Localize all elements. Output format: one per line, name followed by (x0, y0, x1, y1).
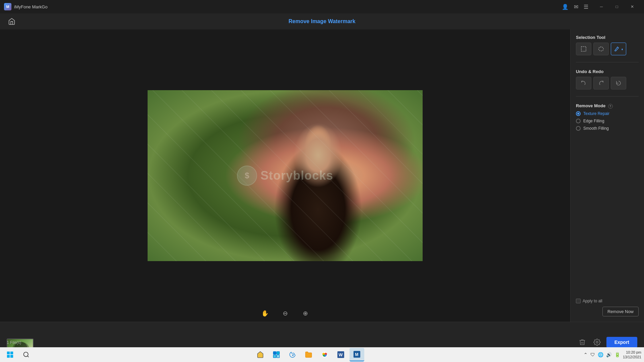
taskbar-files[interactable] (301, 348, 316, 361)
edge-filling-option[interactable]: Edge Filling (576, 119, 639, 123)
remove-mode-title: Remove Mode ? (576, 103, 639, 109)
svg-line-1 (618, 47, 619, 48)
taskbar-explorer[interactable] (253, 348, 268, 361)
watermark-text: Storyblocks (260, 169, 333, 183)
selection-tool-buttons (576, 43, 639, 55)
tray-volume-icon[interactable]: 🔊 (606, 352, 612, 357)
file-count: 1 File(s) (7, 339, 21, 345)
mail-icon[interactable]: ✉ (574, 4, 578, 10)
selection-tool-title: Selection Tool (576, 35, 639, 40)
svg-rect-3 (7, 352, 10, 354)
remove-now-button[interactable]: Remove Now (602, 307, 639, 316)
taskbar: W M ⌃ 🛡 🌐 🔊 🔋 10:20 pm 13/12/2021 (0, 347, 644, 362)
svg-point-2 (596, 341, 598, 343)
close-button[interactable]: ✕ (625, 1, 640, 12)
taskbar-widgets[interactable] (269, 348, 284, 361)
remove-mode-section: Remove Mode ? Texture Repair Edge Fillin… (576, 103, 639, 133)
delete-button[interactable] (577, 337, 588, 348)
texture-repair-option[interactable]: Texture Repair (576, 111, 639, 116)
watermark-overlay: $ Storyblocks (237, 166, 333, 186)
zoom-out-button[interactable]: ⊖ (279, 307, 291, 319)
selection-tool-section: Selection Tool (576, 35, 639, 55)
help-icon[interactable]: ? (608, 104, 613, 109)
tray-security-icon[interactable]: 🛡 (590, 352, 595, 357)
edge-filling-label: Edge Filling (583, 119, 604, 123)
taskbar-markgo[interactable]: M (350, 348, 364, 361)
watermark-logo: $ (237, 166, 257, 186)
start-button[interactable] (3, 348, 17, 361)
system-clock[interactable]: 10:20 pm 13/12/2021 (623, 350, 641, 360)
redo-button[interactable] (593, 77, 609, 89)
svg-rect-5 (7, 355, 10, 358)
svg-rect-0 (581, 47, 586, 51)
smooth-filling-radio[interactable] (576, 126, 581, 131)
apply-all-label: Apply to all (583, 299, 602, 303)
search-button[interactable] (19, 348, 34, 361)
title-bar-controls: 👤 ✉ ☰ ─ □ ✕ (562, 1, 640, 12)
settings-button[interactable] (592, 337, 602, 348)
svg-point-7 (24, 352, 28, 357)
bottom-right-actions: Export (577, 337, 637, 348)
texture-repair-label: Texture Repair (583, 111, 609, 116)
rectangle-select-button[interactable] (576, 43, 591, 55)
canvas-area: $ Storyblocks ✋ ⊖ ⊕ (0, 29, 570, 322)
svg-rect-11 (273, 355, 276, 358)
image-container: $ Storyblocks (148, 90, 423, 261)
tray-battery-icon[interactable]: 🔋 (614, 352, 620, 357)
smooth-filling-option[interactable]: Smooth Filling (576, 126, 639, 131)
svg-rect-10 (277, 352, 279, 354)
divider-2 (576, 96, 639, 97)
taskbar-right: ⌃ 🛡 🌐 🔊 🔋 10:20 pm 13/12/2021 (584, 350, 641, 360)
svg-rect-4 (10, 352, 13, 354)
undo-redo-title: Undo & Redo (576, 69, 639, 74)
undo-redo-section: Undo & Redo (576, 69, 639, 89)
tray-network-icon[interactable]: 🌐 (598, 352, 603, 357)
window-controls: ─ □ ✕ (594, 1, 640, 12)
svg-rect-6 (10, 355, 13, 358)
refresh-button[interactable] (611, 77, 626, 89)
maximize-button[interactable]: □ (609, 1, 625, 12)
brush-select-button[interactable] (611, 43, 626, 55)
minimize-button[interactable]: ─ (594, 1, 609, 12)
user-icon[interactable]: 👤 (562, 4, 569, 10)
main-layout: $ Storyblocks ✋ ⊖ ⊕ Selection Tool (0, 29, 644, 322)
tray-expand-icon[interactable]: ⌃ (584, 352, 588, 357)
pan-tool-button[interactable]: ✋ (259, 307, 271, 319)
taskbar-chrome[interactable] (317, 348, 332, 361)
edge-filling-radio[interactable] (576, 119, 581, 123)
svg-text:W: W (339, 352, 343, 357)
right-panel: Selection Tool (570, 29, 644, 322)
photo-background: $ Storyblocks (148, 90, 423, 261)
menu-icon[interactable]: ☰ (584, 4, 588, 10)
apply-all-checkbox[interactable] (576, 299, 581, 303)
page-title: Remove Image Watermark (288, 18, 356, 24)
texture-repair-radio[interactable] (576, 111, 581, 116)
taskbar-left (3, 348, 34, 361)
svg-text:M: M (355, 352, 358, 357)
canvas-toolbar: ✋ ⊖ ⊕ (0, 305, 570, 322)
taskbar-word[interactable]: W (333, 348, 348, 361)
header: Remove Image Watermark (0, 13, 644, 29)
app-title: iMyFone MarkGo (14, 4, 48, 9)
zoom-in-button[interactable]: ⊕ (299, 307, 311, 319)
undo-button[interactable] (576, 77, 591, 89)
lasso-select-button[interactable] (593, 43, 609, 55)
svg-rect-9 (273, 352, 276, 354)
remove-mode-footer: Apply to all Remove Now (576, 299, 639, 316)
title-bar-left: M iMyFone MarkGo (4, 3, 48, 10)
title-bar: M iMyFone MarkGo 👤 ✉ ☰ ─ □ ✕ (0, 0, 644, 13)
divider-1 (576, 62, 639, 62)
app-logo: M (4, 3, 11, 10)
svg-line-8 (28, 356, 29, 357)
export-button[interactable]: Export (606, 337, 637, 348)
taskbar-edge[interactable] (285, 348, 300, 361)
home-button[interactable] (7, 16, 17, 26)
undo-redo-buttons (576, 77, 639, 89)
svg-rect-12 (277, 355, 279, 358)
apply-all-row: Apply to all (576, 299, 639, 303)
taskbar-center: W M (253, 348, 364, 361)
smooth-filling-label: Smooth Filling (583, 126, 609, 131)
